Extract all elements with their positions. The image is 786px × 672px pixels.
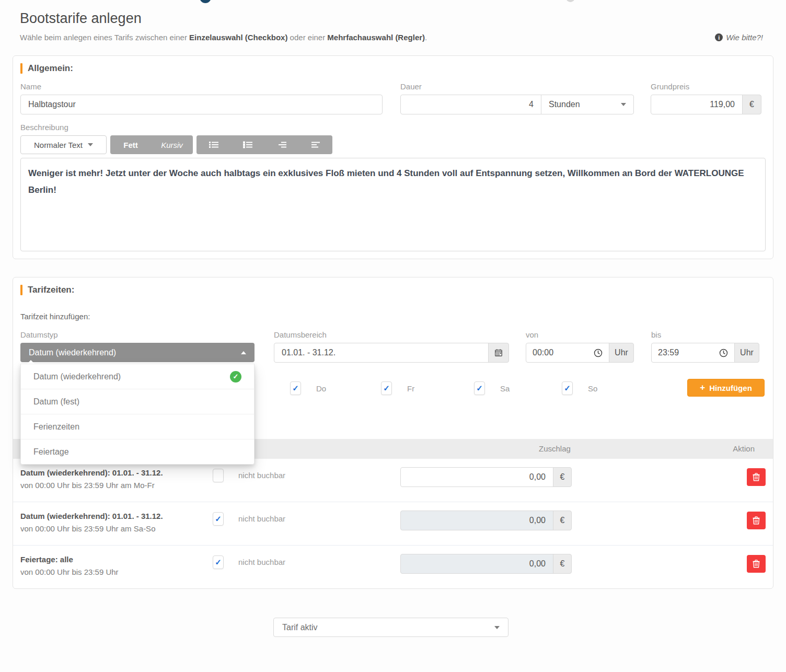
bis-uhr-addon: Uhr [734,343,759,363]
weekday-fr: ✓ Fr [381,381,414,395]
beschreibung-textarea[interactable]: Weniger ist mehr! Jetzt unter der Woche … [20,158,766,251]
check-glyph: ✓ [564,384,571,393]
row-subtitle: von 00:00 Uhr bis 23:59 Uhr am Mo-Fr [20,480,213,491]
weekday-sa-label: Sa [500,384,510,393]
bullet-list-button[interactable] [196,135,230,154]
delete-row-button[interactable] [747,468,766,486]
datumstyp-value: Datum (wiederkehrend) [29,348,116,357]
zuschlag-group: € [400,467,572,487]
table-row: Datum (wiederkehrend): 01.01. - 31.12. v… [13,502,773,545]
trash-icon [753,516,760,525]
datumsbereich-label: Datumsbereich [274,330,509,339]
option-label: Ferienzeiten [33,422,79,432]
text-format-select[interactable]: Normaler Text [20,135,107,154]
row-buchbar-checkbox[interactable]: ✓ [213,555,224,569]
tarifzeiten-heading: Tarifzeiten: [28,285,74,295]
calendar-addon[interactable] [488,343,509,363]
editor-toolbar: Normaler Text Fett Kursiv [20,135,766,154]
ordered-list-icon [242,141,253,149]
option-label: Datum (fest) [33,397,79,407]
dropdown-option-feiertage[interactable]: Feiertage ✓ [21,439,254,464]
info-icon: i [715,33,723,41]
italic-button[interactable]: Kursiv [151,135,193,154]
subtitle-bold-regler: Mehrfachauswahl (Regler) [327,33,425,42]
dropdown-option-ferienzeiten[interactable]: Ferienzeiten ✓ [21,414,254,439]
tarif-status-select[interactable]: Tarif aktiv [273,618,508,637]
bis-time-input[interactable]: 23:59 [651,343,735,363]
list-button-group [196,135,332,154]
help-link[interactable]: i Wie bitte?! [715,33,763,42]
help-link-label: Wie bitte?! [726,33,763,42]
nicht-buchbar-label: nicht buchbar [238,511,400,523]
currency-addon: € [553,467,572,487]
nicht-buchbar-label: nicht buchbar [238,467,400,480]
zuschlag-input[interactable] [400,467,553,487]
subtitle-text: Wähle beim anlegen eines Tarifs zwischen… [20,33,189,42]
grundpreis-input[interactable] [651,95,743,114]
dauer-unit-select[interactable]: Stunden [541,95,634,114]
delete-row-button[interactable] [747,555,766,573]
weekday-do-checkbox[interactable]: ✓ [290,381,301,395]
plus-icon: + [700,383,705,393]
weekday-sa-checkbox[interactable]: ✓ [474,381,485,395]
bis-time-value: 23:59 [658,348,679,357]
weekday-so: ✓ So [562,381,597,395]
check-glyph: ✓ [476,384,483,393]
table-row: Feiertage: alle von 00:00 Uhr bis 23:59 … [13,545,773,588]
row-subtitle: von 00:00 Uhr bis 23:59 Uhr [20,566,213,578]
dropdown-option-datum-fest[interactable]: Datum (fest) ✓ [21,389,254,414]
name-label: Name [20,82,383,91]
check-glyph: ✓ [215,514,222,524]
weekday-do: ✓ Do [290,381,326,395]
von-time-value: 00:00 [533,348,553,357]
hinzufuegen-button[interactable]: + Hinzufügen [687,379,765,397]
delete-row-button[interactable] [747,512,766,529]
grundpreis-label: Grundpreis [651,82,761,91]
check-glyph: ✓ [383,384,390,393]
dropdown-option-datum-wiederkehrend[interactable]: Datum (wiederkehrend) ✓ [21,364,254,389]
row-info: Feiertage: alle von 00:00 Uhr bis 23:59 … [20,554,213,578]
page-title: Bootstarife anlegen [20,10,763,27]
row-title: Datum (wiederkehrend): 01.01. - 31.12. [20,511,213,522]
dropdown-notch [27,360,34,364]
dauer-input[interactable] [400,95,541,114]
name-input[interactable] [20,95,383,114]
indent-icon [276,141,287,149]
von-time-input[interactable]: 00:00 [526,343,609,363]
calendar-icon [494,349,503,357]
page-subtitle: Wähle beim anlegen eines Tarifs zwischen… [20,33,427,42]
row-buchbar-checkbox[interactable]: ✓ [213,512,224,526]
weekday-so-checkbox[interactable]: ✓ [562,381,573,395]
row-info: Datum (wiederkehrend): 01.01. - 31.12. v… [20,467,213,491]
row-title: Feiertage: alle [20,554,213,565]
orange-accent-bar [20,285,22,295]
subtitle-bold-checkbox: Einzelauswahl (Checkbox) [189,33,287,42]
nicht-buchbar-label: nicht buchbar [238,554,400,566]
tarifzeiten-section-title: Tarifzeiten: [20,285,766,295]
aktion-column-header: Aktion [733,444,755,453]
bold-button[interactable]: Fett [110,135,151,154]
zuschlag-group: € [400,554,572,574]
datumsbereich-input[interactable] [274,343,489,363]
outdent-button[interactable] [298,135,332,154]
weekday-fr-checkbox[interactable]: ✓ [381,381,392,395]
ordered-list-button[interactable] [230,135,264,154]
chevron-down-icon [88,143,93,146]
dauer-label: Dauer [400,82,634,91]
allgemein-heading: Allgemein: [28,63,73,74]
check-glyph: ✓ [233,373,239,380]
von-uhr-addon: Uhr [609,343,634,363]
trash-icon [753,473,760,481]
indent-button[interactable] [264,135,298,154]
option-label: Datum (wiederkehrend) [33,372,121,381]
currency-addon: € [553,554,572,574]
zuschlag-input[interactable] [400,554,553,574]
currency-addon: € [742,95,761,114]
option-label: Feiertage [33,447,69,457]
subtitle-text: . [425,33,427,42]
bis-label: bis [651,330,759,339]
row-buchbar-checkbox[interactable]: ✓ [213,469,224,482]
datumstyp-select[interactable]: Datum (wiederkehrend) [20,343,255,362]
von-label: von [526,330,634,339]
zuschlag-input[interactable] [400,511,553,530]
